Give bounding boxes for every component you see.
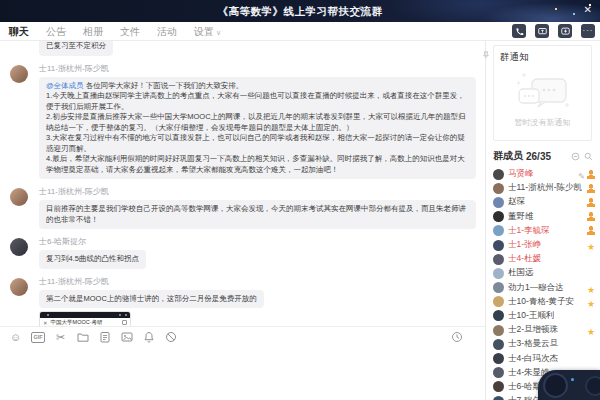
phone-share-icon <box>122 320 127 325</box>
message-bubble[interactable]: @全体成员 各位同学大家好！下面说一下我们的大致安排。 1.今天晚上直播由赵琛同… <box>39 77 476 180</box>
emoji-icon[interactable]: ☺ <box>9 331 22 344</box>
member-avatar <box>493 325 504 336</box>
tab-announcement[interactable]: 公告 <box>46 25 66 39</box>
member-badge-icon <box>587 170 595 179</box>
member-row[interactable]: 士11-浙杭州-陈少凯 <box>486 181 600 195</box>
member-avatar <box>493 268 504 279</box>
member-badge-icon <box>587 226 595 235</box>
search-members-icon[interactable] <box>584 152 593 161</box>
member-display-icon[interactable] <box>571 152 580 161</box>
tab-album[interactable]: 相册 <box>83 25 103 39</box>
member-avatar <box>493 353 504 364</box>
members-header: 群成员 26/35 <box>486 141 600 167</box>
member-name: 士2-旦增顿珠 <box>508 324 558 336</box>
message-history-icon[interactable] <box>450 331 463 344</box>
group-notice-title: 群通知 <box>500 51 585 64</box>
message-bubble[interactable]: 复习到4.5曲线的凸性和拐点 <box>39 250 146 269</box>
member-badge-icon <box>587 212 595 221</box>
member-row[interactable]: 士10-青格-黄子安 <box>486 295 600 309</box>
screen-share-icon[interactable] <box>535 24 549 38</box>
member-avatar <box>493 381 504 392</box>
member-avatar <box>493 396 504 400</box>
member-avatar <box>493 254 504 265</box>
more-icon[interactable]: ··· <box>581 24 595 38</box>
members-title: 群成员 <box>493 149 523 163</box>
member-avatar <box>493 310 504 321</box>
gif-icon[interactable]: GIF <box>31 332 45 343</box>
member-name: 士4-杜媛 <box>508 253 541 265</box>
member-name: 士10-青格-黄子安 <box>508 296 574 308</box>
member-row[interactable]: 士4-杜媛 <box>486 252 600 266</box>
member-name: 士1-李毓琛 <box>508 225 550 237</box>
sender-name: 士11-浙杭州-陈少凯 <box>39 187 476 197</box>
panel-pin-icon[interactable] <box>482 45 490 63</box>
member-row[interactable]: 士1-李毓琛 <box>486 224 600 238</box>
member-avatar <box>493 225 504 236</box>
member-badge-icon <box>587 198 595 207</box>
sender-name: 士11-浙杭州-陈少凯 <box>39 277 476 287</box>
mention-all[interactable]: @全体成员 <box>46 81 84 90</box>
voice-call-icon[interactable] <box>512 24 526 38</box>
titlebar: 《高等数学》线上学习帮扶交流群 ✎ ✕ <box>0 0 600 22</box>
member-row[interactable]: 士1-张峥 <box>486 238 600 252</box>
folder-icon[interactable] <box>76 331 89 344</box>
member-avatar <box>493 240 504 251</box>
member-row[interactable]: 士3-格曼云旦 <box>486 337 600 351</box>
member-name: 马贤峰 <box>508 168 534 180</box>
member-avatar <box>493 183 504 194</box>
avatar[interactable] <box>10 278 28 296</box>
member-list: 马贤峰 士11-浙杭州-陈少凯 赵琛 董野维 士1-李毓琛 士1-张峥 士4-杜… <box>486 167 600 400</box>
screenshot-icon[interactable]: ✂ <box>54 331 67 344</box>
tab-settings[interactable]: 设置∨ <box>194 25 221 39</box>
app-window: 《高等数学》线上学习帮扶交流群 ✎ ✕ 聊天 公告 相册 文件 活动 设置∨ ·… <box>0 0 600 400</box>
picture-icon[interactable] <box>120 331 133 344</box>
tab-activity[interactable]: 活动 <box>157 25 177 39</box>
member-badge-icon <box>587 184 595 193</box>
message-bubble[interactable]: 第二个就是MOOC上的骆博士讲的，这部分二月份是免费开放的 <box>39 290 264 309</box>
member-badge-icon <box>587 293 595 311</box>
bell-icon[interactable] <box>142 331 155 344</box>
member-name: 士1-张峥 <box>508 239 541 251</box>
member-name: 士11-浙杭州-陈少凯 <box>508 182 582 194</box>
input-toolbar: ☺ GIF ✂ <box>0 326 485 347</box>
member-badge-icon <box>587 236 595 254</box>
group-notice-panel: 群通知 暂时没有新通知 <box>493 45 592 141</box>
avatar[interactable] <box>10 65 28 83</box>
close-icon[interactable]: ✕ <box>584 4 592 15</box>
group-title: 《高等数学》线上学习帮扶交流群 <box>0 5 600 19</box>
member-name: 劲力1—穆合达 <box>508 282 564 294</box>
shared-image-thumbnail[interactable]: ✕ 中国大学MOOC·考研 2.0小时 精讲 《高数·上》 <box>39 311 131 326</box>
floating-call-widget[interactable] <box>538 370 600 400</box>
do-not-disturb-icon[interactable] <box>164 331 177 344</box>
phone-close-icon: ✕ <box>43 320 48 326</box>
member-name: 赵琛 <box>508 196 525 208</box>
member-name: 士4-白玛次杰 <box>508 353 558 365</box>
sender-name: 士6-哈斯提尔 <box>39 237 476 247</box>
side-panel: 群通知 暂时没有新通知 群成员 26/35 <box>486 41 600 400</box>
message-input[interactable] <box>0 347 485 400</box>
chat-area: 已复习至不定积分 士11-浙杭州-陈少凯 @全体成员 各位同学大家好！下面说一下… <box>0 41 486 400</box>
member-row[interactable]: 赵琛 <box>486 195 600 209</box>
invite-chat-icon[interactable] <box>558 24 572 38</box>
member-row[interactable]: 马贤峰 <box>486 167 600 181</box>
sender-name: 士11-浙杭州-陈少凯 <box>39 64 476 74</box>
member-row[interactable]: 劲力1—穆合达 <box>486 281 600 295</box>
member-row[interactable]: 董野维 <box>486 210 600 224</box>
document-icon[interactable] <box>98 331 111 344</box>
tab-files[interactable]: 文件 <box>120 25 140 39</box>
member-row[interactable]: 士4-白玛次杰 <box>486 351 600 365</box>
message-bubble[interactable]: 已复习至不定积分 <box>39 41 113 56</box>
member-row[interactable]: 士10-王顺利 <box>486 309 600 323</box>
avatar[interactable] <box>10 188 28 206</box>
message-bubble[interactable]: 目前推荐的主要是我们学校自己开设的高等数学网课，大家会发现，今天的期末考试其实在… <box>39 200 476 229</box>
member-row[interactable]: 士2-旦增顿珠 <box>486 323 600 337</box>
phone-app-title: 中国大学MOOC·考研 <box>51 319 103 326</box>
member-name: 董野维 <box>508 211 534 223</box>
main-area: 已复习至不定积分 士11-浙杭州-陈少凯 @全体成员 各位同学大家好！下面说一下… <box>0 41 600 400</box>
member-row[interactable]: 杜国远 <box>486 266 600 280</box>
chat-message: 士11-浙杭州-陈少凯 @全体成员 各位同学大家好！下面说一下我们的大致安排。 … <box>9 64 476 180</box>
avatar[interactable] <box>10 238 28 256</box>
edit-title-icon[interactable]: ✎ <box>358 5 366 15</box>
member-avatar <box>493 197 504 208</box>
tab-chat[interactable]: 聊天 <box>9 25 29 39</box>
